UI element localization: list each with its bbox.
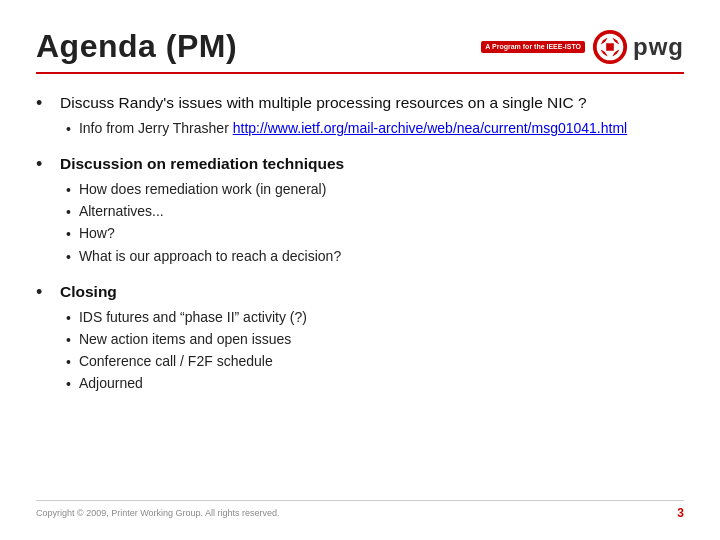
slide-footer: Copyright © 2009, Printer Working Group.… xyxy=(36,500,684,520)
bullet-2: • xyxy=(36,154,50,175)
sub-item-text: Conference call / F2F schedule xyxy=(79,351,273,371)
sub-item-text: Adjourned xyxy=(79,373,143,393)
list-item: • New action items and open issues xyxy=(66,329,684,350)
logo-pwg: pwg xyxy=(591,28,684,66)
slide-title: Agenda (PM) xyxy=(36,28,237,65)
list-item: • Conference call / F2F schedule xyxy=(66,351,684,372)
copyright-text: Copyright © 2009, Printer Working Group.… xyxy=(36,508,280,518)
sub-item-text: IDS futures and “phase II” activity (?) xyxy=(79,307,307,327)
sub-bullet: • xyxy=(66,308,71,328)
sub-bullet: • xyxy=(66,330,71,350)
section-1-title: Discuss Randy's issues with multiple pro… xyxy=(60,92,684,114)
sub-bullet: • xyxy=(66,202,71,222)
sub-item-text: How does remediation work (in general) xyxy=(79,179,326,199)
sub-item-text: Alternatives... xyxy=(79,201,164,221)
section-3-content: Closing • IDS futures and “phase II” act… xyxy=(60,281,684,395)
sub-item-text: How? xyxy=(79,223,115,243)
slide: Agenda (PM) A Program for the IEEE-ISTO … xyxy=(0,0,720,540)
section-remediation: • Discussion on remediation techniques •… xyxy=(36,153,684,267)
section-3-title: Closing xyxy=(60,281,684,303)
page-number: 3 xyxy=(677,506,684,520)
logo-area: A Program for the IEEE-ISTO pwg xyxy=(481,28,684,66)
sub-bullet: • xyxy=(66,352,71,372)
ietf-link[interactable]: http://www.ietf.org/mail-archive/web/nea… xyxy=(233,120,628,136)
bullet-1: • xyxy=(36,93,50,114)
section-2-content: Discussion on remediation techniques • H… xyxy=(60,153,684,267)
sub-bullet: • xyxy=(66,119,71,139)
pwg-logo-icon xyxy=(591,28,629,66)
section-2-sublist: • How does remediation work (in general)… xyxy=(60,179,684,267)
list-item: • IDS futures and “phase II” activity (?… xyxy=(66,307,684,328)
bullet-3: • xyxy=(36,282,50,303)
pwg-text: pwg xyxy=(633,33,684,61)
slide-header: Agenda (PM) A Program for the IEEE-ISTO … xyxy=(36,28,684,74)
list-item: • Info from Jerry Thrasher http://www.ie… xyxy=(66,118,684,139)
section-1-sublist: • Info from Jerry Thrasher http://www.ie… xyxy=(60,118,684,139)
section-3-sublist: • IDS futures and “phase II” activity (?… xyxy=(60,307,684,395)
sub-bullet: • xyxy=(66,374,71,394)
sub-item-text: Info from Jerry Thrasher http://www.ietf… xyxy=(79,118,627,138)
section-discuss: • Discuss Randy's issues with multiple p… xyxy=(36,92,684,139)
section-1-content: Discuss Randy's issues with multiple pro… xyxy=(60,92,684,139)
logo-badge: A Program for the IEEE-ISTO xyxy=(481,41,585,53)
section-2-title: Discussion on remediation techniques xyxy=(60,153,684,175)
list-item: • Adjourned xyxy=(66,373,684,394)
sub-item-text: New action items and open issues xyxy=(79,329,291,349)
sub-bullet: • xyxy=(66,224,71,244)
list-item: • How? xyxy=(66,223,684,244)
sub-bullet: • xyxy=(66,180,71,200)
slide-content: • Discuss Randy's issues with multiple p… xyxy=(36,82,684,500)
list-item: • Alternatives... xyxy=(66,201,684,222)
sub-item-text: What is our approach to reach a decision… xyxy=(79,246,341,266)
section-closing: • Closing • IDS futures and “phase II” a… xyxy=(36,281,684,395)
list-item: • What is our approach to reach a decisi… xyxy=(66,246,684,267)
list-item: • How does remediation work (in general) xyxy=(66,179,684,200)
sub-bullet: • xyxy=(66,247,71,267)
